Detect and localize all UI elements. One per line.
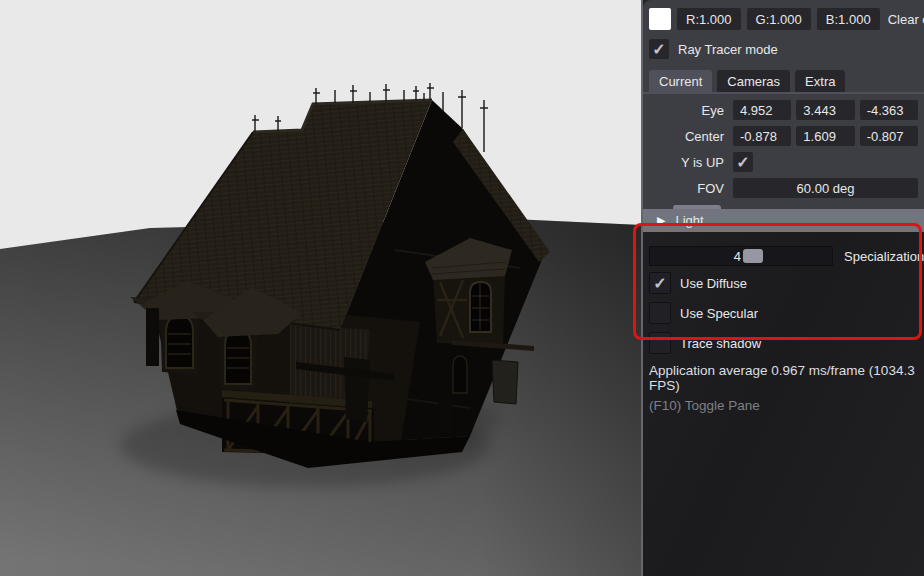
trace-shadow-label: Trace shadow xyxy=(680,336,761,351)
center-z-field[interactable]: -0.807 xyxy=(860,126,918,146)
color-swatch[interactable] xyxy=(649,8,671,30)
checkmark-icon: ✓ xyxy=(652,40,665,59)
fov-label: FOV xyxy=(649,181,733,196)
viewport-3d[interactable] xyxy=(0,0,641,576)
checkmark-icon: ✓ xyxy=(653,274,666,293)
eye-label: Eye xyxy=(649,103,733,118)
tab-underline xyxy=(643,92,924,94)
checkmark-icon: ✓ xyxy=(736,153,749,172)
use-specular-label: Use Specular xyxy=(680,306,758,321)
use-diffuse-label: Use Diffuse xyxy=(680,276,747,291)
green-value-button[interactable]: G:1.000 xyxy=(747,8,811,30)
trace-shadow-checkbox[interactable] xyxy=(649,332,671,354)
ray-tracer-label: Ray Tracer mode xyxy=(678,42,778,57)
scene-render xyxy=(0,0,641,576)
red-value-button[interactable]: R:1.000 xyxy=(677,8,741,30)
blue-value-button[interactable]: B:1.000 xyxy=(817,8,880,30)
clear-color-row: R:1.000 G:1.000 B:1.000 Clear color xyxy=(649,8,918,30)
center-label: Center xyxy=(649,129,733,144)
triangle-right-icon: ▶ xyxy=(657,214,665,227)
specialization-row: 4 Specialization xyxy=(649,246,918,266)
settings-pane: R:1.000 G:1.000 B:1.000 Clear color ✓ Ra… xyxy=(643,0,924,232)
settings-sidebar: R:1.000 G:1.000 B:1.000 Clear color ✓ Ra… xyxy=(641,0,924,576)
use-diffuse-row: ✓ Use Diffuse xyxy=(649,270,918,296)
specialization-slider[interactable]: 4 xyxy=(649,246,833,266)
light-header-label: Light xyxy=(675,213,703,228)
fps-stats-text: Application average 0.967 ms/frame (1034… xyxy=(649,363,918,393)
use-specular-row: Use Specular xyxy=(649,300,918,326)
tab-current[interactable]: Current xyxy=(649,70,712,92)
light-settings-section: 4 Specialization ✓ Use Diffuse Use Specu… xyxy=(643,232,924,413)
slider-value: 4 xyxy=(650,247,825,265)
ray-tracer-row: ✓ Ray Tracer mode xyxy=(649,39,918,59)
application-window: R:1.000 G:1.000 B:1.000 Clear color ✓ Ra… xyxy=(0,0,924,576)
tab-extra[interactable]: Extra xyxy=(795,70,845,92)
left-wing-window xyxy=(146,308,159,366)
y-up-label: Y is UP xyxy=(649,155,733,170)
toggle-pane-hint: (F10) Toggle Pane xyxy=(649,398,918,413)
use-specular-checkbox[interactable] xyxy=(649,302,671,324)
eye-x-field[interactable]: 4.952 xyxy=(733,100,791,120)
fov-row: FOV 60.00 deg xyxy=(649,178,918,198)
eye-z-field[interactable]: -4.363 xyxy=(860,100,918,120)
tab-cameras[interactable]: Cameras xyxy=(717,70,790,92)
y-up-row: Y is UP ✓ xyxy=(649,152,918,172)
trace-shadow-row: Trace shadow xyxy=(649,330,918,356)
center-row: Center -0.878 1.609 -0.807 xyxy=(649,126,918,146)
fov-field[interactable]: 60.00 deg xyxy=(733,178,918,198)
clear-color-label: Clear color xyxy=(888,12,924,27)
y-up-checkbox[interactable]: ✓ xyxy=(733,152,753,172)
eye-row: Eye 4.952 3.443 -4.363 xyxy=(649,100,918,120)
ray-tracer-checkbox[interactable]: ✓ xyxy=(649,39,669,59)
center-x-field[interactable]: -0.878 xyxy=(733,126,791,146)
camera-tabs: Current Cameras Extra xyxy=(649,70,918,92)
specialization-label: Specialization xyxy=(844,249,924,264)
center-y-field[interactable]: 1.609 xyxy=(796,126,854,146)
slider-grab-handle[interactable] xyxy=(743,249,763,263)
eye-y-field[interactable]: 3.443 xyxy=(796,100,854,120)
light-header[interactable]: ▶ Light xyxy=(643,209,924,232)
use-diffuse-checkbox[interactable]: ✓ xyxy=(649,272,671,294)
